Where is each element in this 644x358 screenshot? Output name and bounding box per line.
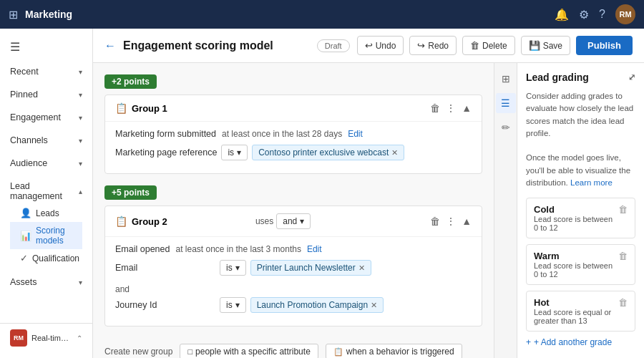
group2-body: Email opened at least once in the last 3… — [105, 237, 482, 326]
main-layout: ☰ Recent ▾ Pinned ▾ Engagement ▾ Channel… — [0, 29, 644, 358]
group2-field2-label: Journey Id — [115, 300, 215, 310]
sidebar-section-channels-header[interactable]: Channels ▾ — [10, 132, 82, 148]
group2-field1-row: Email is ▾ Printer Launch Newsletter ✕ — [115, 260, 472, 276]
menu-icon[interactable]: ☰ — [0, 34, 92, 59]
bell-icon[interactable]: 🔔 — [555, 8, 569, 21]
behavior-icon: 📋 — [333, 347, 343, 357]
group1-operator-select[interactable]: is ▾ — [221, 145, 248, 160]
grade-warm-range: Lead score is between 0 to 12 — [534, 261, 618, 279]
group2-actions: 🗑 ⋮ ▲ — [430, 216, 472, 227]
help-icon[interactable]: ? — [599, 8, 605, 21]
sidebar-section-lead-mgmt-header[interactable]: Lead management ▴ — [10, 178, 82, 204]
panel-tab-edit[interactable]: ✏ — [496, 117, 516, 137]
save-button[interactable]: 💾 Save — [521, 36, 570, 55]
grade-card-cold: Cold Lead score is between 0 to 12 🗑 — [526, 198, 635, 238]
delete-button[interactable]: 🗑 Delete — [462, 36, 515, 55]
group2-field2-value-tag: Launch Promotion Campaign ✕ — [250, 297, 384, 313]
chevron-down-icon: ▾ — [79, 91, 82, 99]
create-attribute-button[interactable]: □ people with a specific attribute — [180, 344, 318, 358]
sidebar-section-assets-header[interactable]: Assets ▾ — [10, 274, 82, 290]
grade-warm-delete[interactable]: 🗑 — [618, 251, 628, 261]
chevron-down-icon: ▾ — [237, 147, 241, 158]
panel-tabs: ⊞ ☰ ✏ — [494, 63, 517, 358]
avatar[interactable]: RM — [615, 4, 635, 24]
publish-button[interactable]: Publish — [576, 36, 633, 55]
group2-condition-sub: at least once in the last 3 months — [175, 244, 301, 254]
group2-operator-select[interactable]: and ▾ — [276, 213, 311, 229]
back-button[interactable]: ← — [104, 39, 116, 52]
main-area: ← Engagement scoring model Draft ↩ Undo … — [93, 29, 644, 358]
sidebar-section-pinned-header[interactable]: Pinned ▾ — [10, 87, 82, 102]
group1-actions: 🗑 ⋮ ▲ — [430, 102, 472, 114]
panel-tab-grid[interactable]: ⊞ — [496, 69, 516, 89]
grade-warm-info: Warm Lead score is between 0 to 12 — [534, 251, 618, 279]
group2-tag2-remove[interactable]: ✕ — [371, 301, 377, 310]
qualification-icon: ✓ — [20, 253, 28, 263]
group2-tag1-remove[interactable]: ✕ — [358, 263, 365, 273]
group2-field1-operator[interactable]: is ▾ — [220, 260, 246, 276]
group2-uses-label: uses — [255, 216, 273, 226]
sidebar-section-audience: Audience ▾ — [0, 151, 92, 174]
group1-edit-link[interactable]: Edit — [348, 129, 363, 139]
grid-icon[interactable]: ⊞ — [9, 8, 18, 21]
content-area: +2 points 📋 Group 1 🗑 ⋮ ▲ Ma — [93, 63, 644, 358]
chevron-down-icon: ▾ — [235, 263, 240, 273]
group1-field-value-tag: Contoso printer exclusive webcast ✕ — [252, 145, 404, 160]
subheader-actions: ↩ Undo ↪ Redo 🗑 Delete 💾 Save Publish — [357, 36, 633, 55]
group1-more-icon[interactable]: ⋮ — [446, 102, 456, 114]
group2-condition-label: Email opened — [115, 244, 170, 254]
group1-tag-remove[interactable]: ✕ — [391, 148, 398, 158]
sidebar-section-audience-header[interactable]: Audience ▾ — [10, 155, 82, 171]
grade-cold-range: Lead score is between 0 to 12 — [534, 215, 618, 232]
undo-button[interactable]: ↩ Undo — [357, 36, 404, 55]
sidebar-section-recent-header[interactable]: Recent ▾ — [10, 64, 82, 79]
sidebar-section-assets: Assets ▾ — [0, 270, 92, 293]
grade-hot-delete[interactable]: 🗑 — [618, 297, 628, 308]
group2-delete-icon[interactable]: 🗑 — [430, 216, 440, 227]
group2-more-icon[interactable]: ⋮ — [446, 216, 456, 227]
org-avatar: RM — [10, 329, 27, 347]
chevron-down-icon: ▾ — [79, 68, 82, 76]
sidebar-item-qualification[interactable]: ✓ Qualification — [10, 249, 82, 267]
group2-collapse-icon[interactable]: ▲ — [462, 216, 472, 227]
chevron-right-icon: ⌃ — [77, 334, 82, 342]
org-name: Real-time marketi... — [31, 334, 72, 342]
panel-tab-list[interactable]: ☰ — [496, 93, 516, 113]
group1-title: Group 1 — [132, 103, 430, 114]
group1-delete-icon[interactable]: 🗑 — [430, 102, 440, 114]
chevron-down-icon: ▾ — [79, 114, 82, 122]
sidebar-bottom[interactable]: RM Real-time marketi... ⌃ — [0, 323, 92, 352]
delete-icon: 🗑 — [470, 40, 479, 51]
group1-condition-row: Marketing form submitted at least once i… — [115, 129, 472, 139]
sidebar-section-channels: Channels ▾ — [0, 128, 92, 151]
grade-cold-info: Cold Lead score is between 0 to 12 — [534, 204, 618, 232]
sidebar-item-scoring-models[interactable]: 📊 Scoring models — [10, 222, 82, 249]
canvas: +2 points 📋 Group 1 🗑 ⋮ ▲ Ma — [93, 63, 494, 358]
save-icon: 💾 — [529, 40, 540, 51]
group2-field2-row: Journey Id is ▾ Launch Promotion Campaig… — [115, 297, 472, 313]
group2-condition-row: Email opened at least once in the last 3… — [115, 244, 472, 254]
grade-hot-name: Hot — [534, 297, 618, 308]
sidebar-section-engagement-header[interactable]: Engagement ▾ — [10, 110, 82, 125]
grade-cold-delete[interactable]: 🗑 — [618, 204, 628, 215]
sidebar-item-leads[interactable]: 👤 Leads — [10, 204, 82, 222]
group2-edit-link[interactable]: Edit — [307, 244, 322, 254]
group1-collapse-icon[interactable]: ▲ — [462, 102, 472, 114]
expand-icon[interactable]: ⤢ — [628, 72, 635, 82]
group2-field2-operator[interactable]: is ▾ — [220, 297, 246, 313]
redo-button[interactable]: ↪ Redo — [409, 36, 457, 55]
group1-header: 📋 Group 1 🗑 ⋮ ▲ — [105, 95, 482, 122]
grade-hot-range: Lead score is equal or greater than 13 — [534, 308, 618, 325]
create-behavior-button[interactable]: 📋 when a behavior is triggered — [326, 344, 462, 358]
group1-field-row: Marketing page reference is ▾ Contoso pr… — [115, 145, 472, 160]
group1-body: Marketing form submitted at least once i… — [105, 122, 482, 173]
add-grade-button[interactable]: + + Add another grade — [526, 337, 635, 347]
app-title: Marketing — [25, 9, 547, 20]
topbar-icons: 🔔 ⚙ ? RM — [555, 4, 635, 24]
topbar: ⊞ Marketing 🔔 ⚙ ? RM — [0, 0, 644, 29]
create-group-row: Create new group □ people with a specifi… — [104, 338, 482, 358]
gear-icon[interactable]: ⚙ — [579, 8, 589, 21]
grade-card-warm: Warm Lead score is between 0 to 12 🗑 — [526, 244, 635, 285]
learn-more-link[interactable]: Learn more — [570, 178, 613, 187]
sidebar-section-lead-mgmt: Lead management ▴ 👤 Leads 📊 Scoring mode… — [0, 174, 92, 270]
